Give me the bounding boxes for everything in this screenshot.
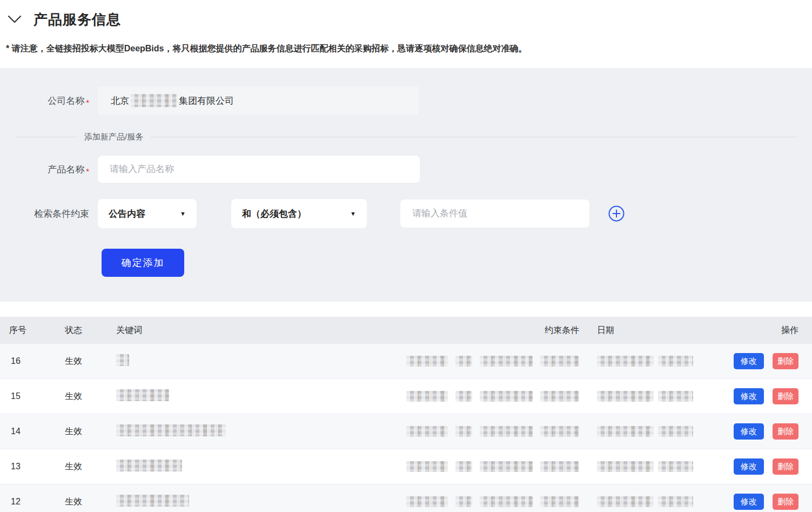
redacted-text [597,461,654,472]
caret-down-icon: ▼ [350,210,356,217]
cell-constraint [379,496,579,507]
condition-label: 检索条件约束 [0,208,89,220]
cell-status: 生效 [65,426,116,437]
plus-circle-icon [608,205,625,222]
cell-date [579,356,716,367]
table-row: 12 生效 修改 删除 [0,484,812,512]
redacted-text [540,426,579,437]
condition-operator-value: 和（必须包含） [242,208,306,220]
condition-operator-select[interactable]: 和（必须包含） ▼ [231,199,367,228]
redacted-text [658,461,693,472]
condition-field-value: 公告内容 [109,208,145,220]
notice-text: * 请注意，全链接招投标大模型DeepBids，将只根据您提供的产品服务信息进行… [6,43,812,55]
redacted-text [540,496,579,507]
redacted-text [455,496,472,507]
required-mark: * [86,167,89,176]
redacted-text [597,426,654,437]
add-condition-button[interactable] [608,205,625,222]
cell-date [579,426,716,437]
company-name-field: 北京 集团有限公司 [98,87,419,115]
delete-button[interactable]: 删除 [773,423,798,440]
redacted-text [406,356,448,367]
table-row: 14 生效 修改 删除 [0,414,812,449]
cell-status: 生效 [65,391,116,402]
cell-actions: 修改 删除 [716,353,803,369]
condition-value-input[interactable] [400,200,589,228]
redacted-text [540,356,579,367]
company-value-suffix: 集团有限公司 [179,95,234,107]
redacted-text [480,426,533,437]
redacted-text [455,356,472,367]
company-label: 公司名称* [0,95,89,107]
redacted-text [406,496,448,507]
redacted-text [597,496,654,507]
delete-button[interactable]: 删除 [773,353,798,369]
product-service-form: 公司名称* 北京 集团有限公司 添加新产品/服务 产品名称* 检索条件约束 公告… [0,68,812,302]
cell-seq: 13 [9,462,65,471]
redacted-text [480,461,533,472]
redacted-text [658,426,693,437]
cell-status: 生效 [65,461,116,473]
delete-button[interactable]: 删除 [773,388,798,404]
redacted-text [540,461,579,472]
delete-button[interactable]: 删除 [773,494,798,510]
redacted-keyword [116,354,129,366]
cell-constraint [379,461,579,472]
product-label: 产品名称* [0,163,89,176]
page-title: 产品服务信息 [33,10,121,29]
edit-button[interactable]: 修改 [734,388,764,404]
redacted-text [597,356,654,367]
column-header-1: 状态 [65,325,116,336]
redacted-company-name [131,94,177,107]
redacted-keyword [116,495,189,507]
keyword-table: 序号状态关键词约束条件日期操作 16 生效 修改 删除 15 生效 修改 删除 … [0,317,812,512]
product-name-input[interactable] [98,156,420,183]
section-header: 产品服务信息 [0,0,812,28]
table-row: 16 生效 修改 删除 [0,344,812,379]
redacted-text [406,461,448,472]
chevron-down-icon[interactable] [8,14,22,25]
add-product-divider: 添加新产品/服务 [16,131,797,142]
edit-button[interactable]: 修改 [734,423,764,440]
redacted-text [455,426,472,437]
cell-status: 生效 [65,356,116,367]
table-body: 16 生效 修改 删除 15 生效 修改 删除 14 生效 修改 删除 13 生 [0,344,812,512]
confirm-add-button[interactable]: 确定添加 [102,249,184,277]
cell-seq: 15 [9,391,65,401]
redacted-keyword [116,460,182,471]
cell-keyword [116,354,379,368]
edit-button[interactable]: 修改 [734,458,764,475]
cell-actions: 修改 删除 [716,494,803,510]
required-mark: * [86,98,89,107]
cell-actions: 修改 删除 [716,388,803,404]
divider-label: 添加新产品/服务 [84,132,143,142]
column-header-4: 日期 [579,325,716,336]
edit-button[interactable]: 修改 [734,353,764,369]
redacted-text [597,391,654,402]
cell-date [579,496,716,507]
redacted-text [480,391,533,402]
redacted-text [455,391,472,402]
cell-constraint [379,391,579,402]
table-header-row: 序号状态关键词约束条件日期操作 [0,317,812,344]
cell-actions: 修改 删除 [716,458,803,475]
cell-status: 生效 [65,496,116,508]
table-row: 13 生效 修改 删除 [0,449,812,484]
table-row: 15 生效 修改 删除 [0,379,812,414]
redacted-text [480,356,533,367]
edit-button[interactable]: 修改 [734,494,764,510]
condition-row: 检索条件约束 公告内容 ▼ 和（必须包含） ▼ [0,199,812,228]
cell-seq: 14 [9,427,65,436]
cell-keyword [116,424,379,438]
column-header-2: 关键词 [116,325,379,336]
delete-button[interactable]: 删除 [773,458,798,475]
cell-seq: 12 [9,497,65,507]
redacted-text [455,461,472,472]
redacted-text [658,496,693,507]
column-header-3: 约束条件 [379,325,579,336]
condition-field-select[interactable]: 公告内容 ▼ [98,199,197,228]
company-row: 公司名称* 北京 集团有限公司 [0,87,812,115]
cell-seq: 16 [9,356,65,366]
cell-date [579,391,716,402]
product-name-row: 产品名称* [0,156,812,183]
